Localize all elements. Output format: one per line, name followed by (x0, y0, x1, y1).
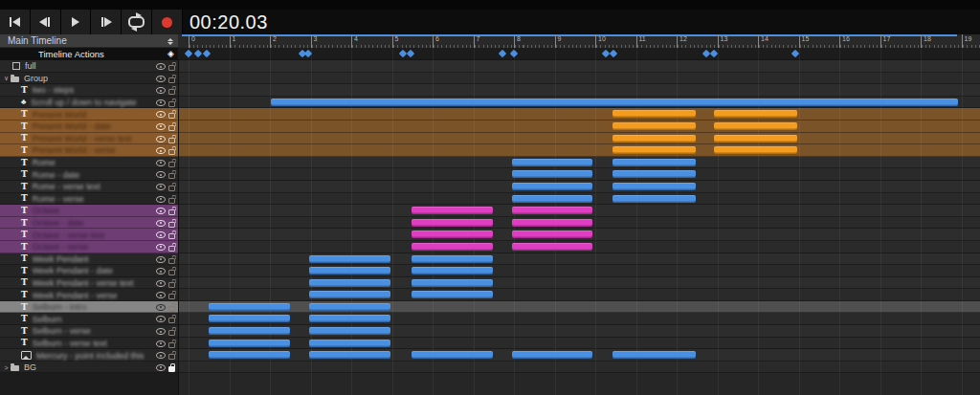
visibility-toggle-icon[interactable] (156, 220, 166, 227)
visibility-toggle-icon[interactable] (156, 184, 166, 190)
layer-row[interactable]: TRome - date (0, 168, 178, 181)
keyframe-diamond[interactable] (509, 50, 517, 57)
layer-row[interactable]: TPresent World - date (0, 121, 178, 133)
timeline-bar[interactable] (309, 279, 390, 287)
lock-toggle-icon[interactable] (168, 315, 175, 323)
layer-track-row[interactable] (179, 277, 980, 290)
lock-toggle-icon[interactable] (168, 291, 175, 299)
lock-toggle-icon[interactable] (168, 267, 175, 275)
visibility-toggle-icon[interactable] (156, 244, 166, 251)
timeline-bar[interactable] (412, 351, 493, 359)
lock-toggle-icon[interactable] (168, 62, 175, 71)
timeline-bar[interactable] (412, 230, 493, 238)
lock-toggle-icon[interactable] (168, 170, 175, 179)
timeline-bar[interactable] (512, 243, 592, 251)
timeline-bar[interactable] (612, 146, 696, 154)
layer-row[interactable]: TOctave - date (0, 217, 178, 230)
timeline-bar[interactable] (309, 267, 390, 274)
skip-to-start-button[interactable] (0, 10, 31, 34)
timeline-bar[interactable] (412, 207, 493, 214)
timeline-bar[interactable] (512, 351, 592, 359)
layer-track-row[interactable] (179, 313, 980, 325)
timeline-bar[interactable] (512, 170, 592, 178)
layer-track-row[interactable] (179, 265, 980, 277)
timeline-bar[interactable] (512, 183, 592, 190)
layer-row[interactable]: TSelburn (0, 313, 178, 325)
layer-track-row[interactable] (179, 325, 980, 338)
timeline-bar[interactable] (209, 327, 290, 335)
keyframe-diamond[interactable] (709, 50, 717, 57)
visibility-toggle-icon[interactable] (156, 280, 166, 287)
timeline-bar[interactable] (612, 110, 696, 118)
step-forward-button[interactable] (91, 10, 122, 34)
timeline-bar[interactable] (209, 351, 290, 359)
timeline-bar[interactable] (309, 315, 390, 322)
lock-toggle-icon[interactable] (168, 340, 175, 348)
timeline-bar[interactable] (309, 351, 390, 359)
layer-track-row[interactable] (179, 193, 980, 206)
visibility-toggle-icon[interactable] (156, 136, 166, 143)
timeline-bar[interactable] (612, 159, 696, 166)
timeline-bar[interactable] (612, 122, 696, 130)
timeline-actions-row[interactable]: Timeline Actions ◈ (0, 48, 178, 60)
keyframe-diamond[interactable] (601, 50, 609, 57)
timeline-bar[interactable] (512, 219, 592, 227)
timeline-bar[interactable] (612, 170, 696, 178)
layer-row[interactable]: TWeek Pendant (0, 253, 178, 266)
layer-track-row[interactable] (179, 144, 980, 157)
timeline-bar[interactable] (309, 327, 390, 335)
lock-toggle-icon[interactable] (168, 195, 175, 204)
layer-track-row[interactable] (179, 217, 980, 230)
timeline-bar[interactable] (714, 146, 797, 154)
layer-row[interactable]: TWeek Pendant - date (0, 265, 178, 277)
layer-row[interactable]: TOctave (0, 205, 178, 217)
timeline-bar[interactable] (612, 183, 696, 190)
layer-track-row[interactable] (179, 253, 980, 266)
keyframe-diamond[interactable] (702, 50, 709, 57)
visibility-toggle-icon[interactable] (156, 328, 166, 335)
layer-track-row[interactable] (179, 157, 980, 169)
layer-row[interactable]: TRome (0, 157, 178, 169)
lock-toggle-icon[interactable] (168, 255, 175, 264)
timeline-bar[interactable] (714, 135, 797, 143)
timeline-bar[interactable] (412, 267, 493, 274)
layer-row[interactable]: >BG (0, 362, 178, 374)
layer-row[interactable]: TSelburn - verse text (0, 338, 178, 350)
visibility-toggle-icon[interactable] (156, 87, 166, 94)
layer-track-row[interactable] (179, 349, 980, 362)
visibility-toggle-icon[interactable] (156, 364, 166, 371)
visibility-toggle-icon[interactable] (156, 268, 166, 274)
layer-row[interactable]: TOctave - verse (0, 241, 178, 253)
timeline-bar[interactable] (412, 255, 493, 263)
layer-track-row[interactable] (179, 84, 980, 97)
layer-track-row[interactable] (179, 241, 980, 253)
timeline-bar[interactable] (412, 219, 493, 227)
timeline-bar[interactable] (309, 303, 390, 311)
visibility-toggle-icon[interactable] (156, 304, 166, 311)
disclosure-collapsed-icon[interactable]: > (2, 364, 11, 371)
lock-toggle-icon[interactable] (168, 351, 175, 360)
visibility-toggle-icon[interactable] (156, 231, 166, 238)
lock-toggle-icon[interactable] (168, 110, 175, 119)
layer-row[interactable]: ∨Group (0, 73, 178, 85)
visibility-toggle-icon[interactable] (156, 76, 166, 82)
timeline-bar[interactable] (412, 291, 493, 298)
timeline-bar[interactable] (512, 207, 592, 214)
keyframe-diamond[interactable] (791, 50, 798, 57)
visibility-toggle-icon[interactable] (156, 340, 166, 347)
lock-toggle-icon[interactable] (168, 122, 175, 131)
lock-toggle-icon[interactable] (168, 327, 175, 336)
layer-track-row[interactable] (179, 97, 980, 109)
layer-row[interactable]: TSelburn - intro (0, 301, 178, 314)
layer-track-row[interactable] (179, 289, 980, 301)
layer-track-row[interactable] (179, 229, 980, 241)
visibility-toggle-icon[interactable] (156, 352, 166, 359)
visibility-toggle-icon[interactable] (156, 316, 166, 322)
timeline-bar[interactable] (412, 243, 493, 251)
keyframe-diamond[interactable] (406, 50, 413, 57)
layer-track-row[interactable] (179, 133, 980, 145)
layer-track-row[interactable] (179, 362, 980, 374)
record-button[interactable] (152, 10, 183, 34)
layer-track-row[interactable] (179, 301, 980, 314)
layer-row[interactable]: TSelburn - verse (0, 325, 178, 338)
